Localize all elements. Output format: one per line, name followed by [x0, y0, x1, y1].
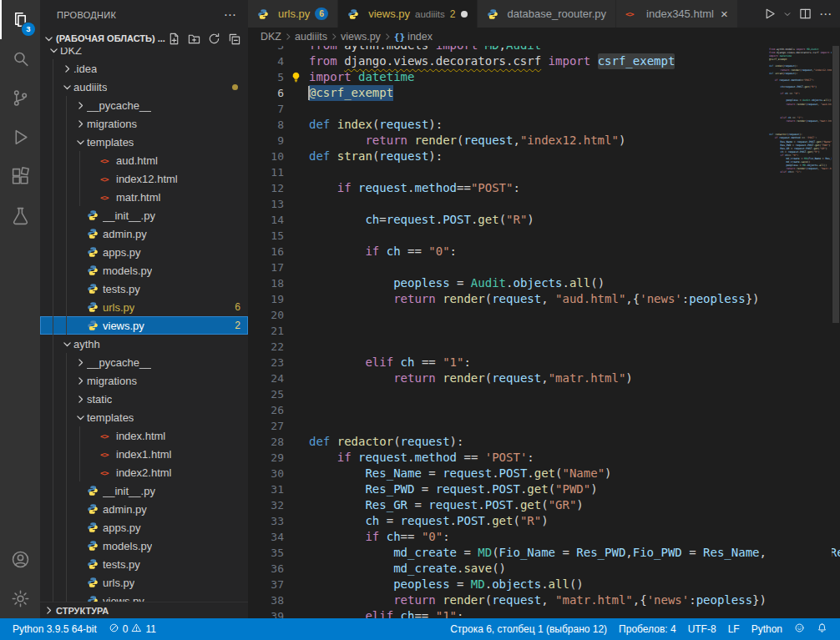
tree-item-index12.html[interactable]: <>index12.html: [40, 169, 248, 188]
line-number[interactable]: 12: [248, 182, 284, 194]
code-line-37[interactable]: 37peopless = MD.objects.all(): [248, 577, 840, 592]
tree-item-.idea[interactable]: .idea: [40, 59, 248, 78]
status-language-mode[interactable]: Python: [746, 618, 788, 640]
status-problems[interactable]: 011: [103, 618, 162, 640]
code-line-25[interactable]: 25: [248, 386, 840, 402]
source-control-activity-button[interactable]: [0, 78, 40, 118]
line-number[interactable]: 13: [248, 198, 284, 210]
status-python-interpreter[interactable]: Python 3.9.5 64-bit: [7, 618, 103, 640]
settings-activity-button[interactable]: [0, 579, 40, 618]
refresh-button[interactable]: [207, 32, 221, 46]
code-line-23[interactable]: 23elif ch == "1":: [248, 355, 840, 370]
search-activity-button[interactable]: [0, 39, 40, 78]
code-line-28[interactable]: 28def redactor(request):: [248, 434, 840, 450]
tree-item-index1.html[interactable]: <>index1.html: [40, 445, 248, 463]
tree-item-urls.py[interactable]: urls.py: [40, 573, 248, 592]
line-number[interactable]: 14: [248, 214, 284, 226]
run-debug-activity-button[interactable]: [0, 118, 40, 157]
tree-item-migrations[interactable]: migrations: [40, 371, 248, 390]
line-number[interactable]: 22: [248, 340, 284, 353]
tree-item-views.py[interactable]: views.py2: [40, 316, 248, 335]
run-python-file-button[interactable]: [763, 8, 776, 20]
code-line-39[interactable]: 39elif ch== "1":: [248, 608, 840, 618]
tab-views.py[interactable]: views.pyaudiiits2: [338, 0, 477, 28]
line-number[interactable]: 34: [248, 531, 284, 543]
tree-item-__pycache__[interactable]: __pycache__: [40, 353, 248, 371]
code-line-18[interactable]: 18peopless = Audit.objects.all(): [248, 275, 840, 291]
line-number[interactable]: 27: [248, 420, 284, 432]
lightbulb-icon[interactable]: [290, 71, 302, 83]
tab-urls.py[interactable]: urls.py6: [248, 0, 338, 28]
line-number[interactable]: 25: [248, 388, 284, 401]
line-number[interactable]: 8: [248, 118, 284, 131]
tree-item-DKZ[interactable]: DKZ: [40, 48, 248, 59]
line-number[interactable]: 3: [248, 46, 284, 52]
code-line-7[interactable]: 7: [248, 101, 840, 117]
code-line-32[interactable]: 32Res_GR = request.POST.get("GR"): [248, 497, 840, 513]
code-line-9[interactable]: 9return render(request,"index12.html"): [248, 133, 840, 149]
line-number[interactable]: 39: [248, 610, 284, 618]
code-line-10[interactable]: 10def stran(request):: [248, 149, 840, 164]
line-number[interactable]: 4: [248, 55, 284, 68]
new-file-button[interactable]: [167, 32, 181, 46]
collapse-all-button[interactable]: [227, 32, 241, 46]
breadcrumb-views.py[interactable]: views.py: [341, 31, 381, 43]
tree-item-aud.html[interactable]: <>aud.html: [40, 151, 248, 169]
testing-activity-button[interactable]: [0, 196, 40, 235]
line-number[interactable]: 23: [248, 356, 284, 369]
tree-item-aythh[interactable]: aythh: [40, 335, 248, 353]
code-line-26[interactable]: 26: [248, 402, 840, 418]
line-number[interactable]: 24: [248, 372, 284, 385]
tree-item-__init__.py[interactable]: __init__.py: [40, 206, 248, 224]
code-editor[interactable]: 3from aythh.models import MD,Audit4from …: [248, 46, 840, 618]
tree-item-admin.py[interactable]: admin.py: [40, 224, 248, 243]
code-line-4[interactable]: 4from django.views.decorators.csrf impor…: [248, 53, 840, 69]
code-line-5[interactable]: 5import datetime: [248, 69, 840, 85]
status-eol[interactable]: LF: [722, 618, 746, 640]
line-number[interactable]: 17: [248, 261, 284, 274]
code-line-33[interactable]: 33ch = request.POST.get("R"): [248, 513, 840, 529]
extensions-activity-button[interactable]: [0, 157, 40, 196]
tree-item-admin.py[interactable]: admin.py: [40, 500, 248, 518]
code-line-8[interactable]: 8def index(request):: [248, 117, 840, 133]
line-number[interactable]: 33: [248, 515, 284, 527]
code-line-15[interactable]: 15: [248, 228, 840, 244]
tree-item-apps.py[interactable]: apps.py: [40, 243, 248, 261]
line-number[interactable]: 21: [248, 325, 284, 337]
code-line-31[interactable]: 31Res_PWD = request.POST.get("PWD"): [248, 481, 840, 497]
line-number[interactable]: 32: [248, 499, 284, 511]
tree-item-templates[interactable]: templates: [40, 133, 248, 151]
tree-item-urls.py[interactable]: urls.py6: [40, 298, 248, 316]
code-line-12[interactable]: 12if request.method=="POST":: [248, 180, 840, 196]
line-number[interactable]: 38: [248, 594, 284, 607]
tree-item-__init__.py[interactable]: __init__.py: [40, 481, 248, 500]
tree-item-tests.py[interactable]: tests.py: [40, 555, 248, 573]
code-line-22[interactable]: 22: [248, 339, 840, 355]
code-line-13[interactable]: 13: [248, 196, 840, 212]
tab-database_roouter.py[interactable]: database_roouter.py: [478, 0, 617, 28]
status-notifications[interactable]: [811, 618, 833, 640]
tree-item-index.html[interactable]: <>index.html: [40, 426, 248, 445]
breadcrumb-index[interactable]: {}index: [394, 31, 433, 43]
code-line-6[interactable]: 6@csrf_exempt: [248, 85, 840, 101]
scrollbar-slider[interactable]: [832, 46, 839, 323]
line-number[interactable]: 20: [248, 309, 284, 321]
status-encoding[interactable]: UTF-8: [682, 618, 722, 640]
code-line-24[interactable]: 24return render(request,"matr.html"): [248, 370, 840, 386]
line-number[interactable]: 26: [248, 404, 284, 416]
code-line-11[interactable]: 11: [248, 164, 840, 180]
breadcrumb-audiiits[interactable]: audiiits: [295, 31, 327, 43]
code-line-20[interactable]: 20: [248, 307, 840, 323]
line-number[interactable]: 28: [248, 436, 284, 448]
code-line-29[interactable]: 29if request.method == 'POST':: [248, 450, 840, 466]
editor-scrollbar[interactable]: [832, 46, 840, 618]
tree-item-migrations[interactable]: migrations: [40, 114, 248, 133]
account-activity-button[interactable]: [0, 540, 40, 579]
tree-item-matr.html[interactable]: <>matr.html: [40, 188, 248, 206]
close-tab-button[interactable]: ×: [721, 8, 728, 20]
code-line-35[interactable]: 35md_create = MD(Fio_Name = Res_PWD,Fio_…: [248, 545, 840, 561]
line-number[interactable]: 11: [248, 166, 284, 179]
code-line-36[interactable]: 36md_create.save(): [248, 561, 840, 577]
code-line-16[interactable]: 16if ch == "0":: [248, 244, 840, 260]
tab-index345.html[interactable]: <>index345.html×: [616, 0, 738, 28]
